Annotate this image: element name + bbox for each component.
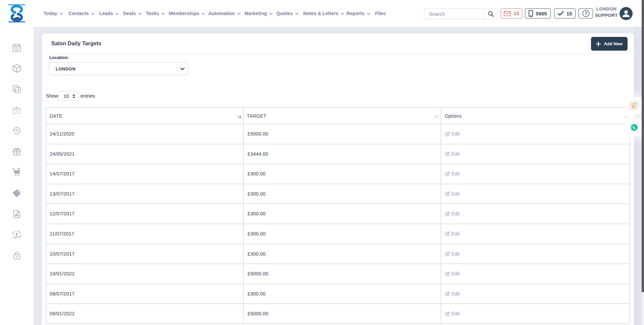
svg-text:12: 12: [15, 47, 19, 51]
svg-text:?: ?: [585, 11, 587, 16]
